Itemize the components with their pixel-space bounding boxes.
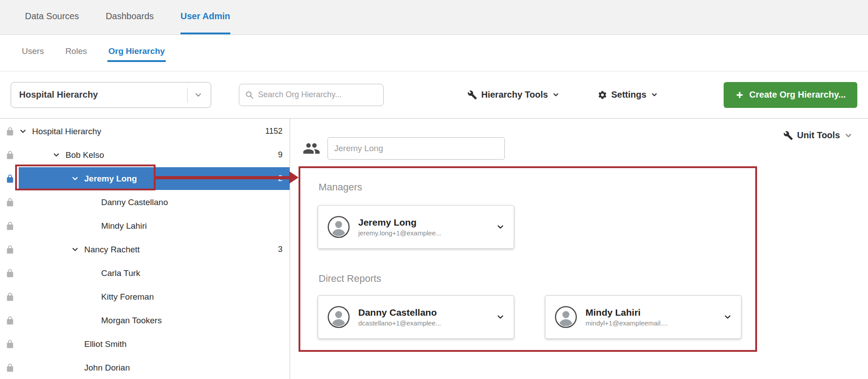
- create-org-hierarchy-label: Create Org Hierarchy...: [749, 90, 846, 100]
- person-name: Jeremy Long: [358, 217, 441, 228]
- tree-row-nancy-rachett[interactable]: Nancy Rachett 3: [0, 238, 290, 261]
- lock-icon: [5, 268, 15, 278]
- secondary-tab-org-hierarchy[interactable]: Org Hierarchy: [107, 44, 166, 62]
- expand-chevron-icon[interactable]: [88, 292, 101, 301]
- lock-icon: [5, 198, 15, 207]
- toolbar: Hospital Hierarchy Hierarchy Tools Setti…: [0, 71, 868, 119]
- group-icon: [303, 140, 320, 157]
- unit-name-input[interactable]: [328, 137, 505, 160]
- person-name: Mindy Lahiri: [585, 307, 668, 318]
- direct-report-card-mindy-lahiri[interactable]: Mindy Lahiri mindyl+1@exampleemail....: [545, 295, 741, 339]
- expand-chevron-icon[interactable]: [52, 151, 66, 159]
- primary-tab-data-sources[interactable]: Data Sources: [25, 0, 79, 34]
- hierarchy-selector-value: Hospital Hierarchy: [19, 90, 98, 100]
- main-content: Hospital Hierarchy 1152 Bob Kelso 9 Jere…: [0, 119, 868, 379]
- divider: [187, 87, 188, 103]
- tree-row-label: Carla Turk: [101, 268, 140, 278]
- chevron-down-icon[interactable]: [496, 313, 505, 321]
- tree-row-count: 1152: [265, 127, 283, 136]
- tree-row-jeremy-long[interactable]: Jeremy Long 2: [0, 167, 290, 190]
- managers-heading: Managers: [319, 181, 362, 193]
- person-info: Jeremy Long jeremy.long+1@examplee...: [358, 217, 441, 237]
- avatar-icon: [327, 305, 350, 329]
- primary-nav: Data Sources Dashboards User Admin: [0, 0, 868, 35]
- avatar-icon: [327, 215, 350, 239]
- secondary-tab-users[interactable]: Users: [21, 44, 45, 62]
- lock-icon: [5, 292, 15, 301]
- primary-tab-user-admin[interactable]: User Admin: [180, 0, 230, 34]
- tree-row-morgan-tookers[interactable]: Morgan Tookers: [0, 309, 290, 332]
- avatar-icon: [554, 305, 577, 329]
- tree-row-label: Morgan Tookers: [101, 316, 162, 325]
- expand-chevron-icon[interactable]: [71, 363, 84, 372]
- lock-icon: [5, 127, 15, 136]
- expand-chevron-icon[interactable]: [71, 174, 84, 183]
- expand-chevron-icon[interactable]: [88, 316, 101, 325]
- tree-row-label: Elliot Smith: [84, 339, 127, 349]
- tree-row-carla-turk[interactable]: Carla Turk: [0, 261, 290, 285]
- lock-icon: [5, 174, 15, 183]
- wrench-icon: [467, 90, 477, 100]
- lock-icon: [5, 150, 15, 160]
- direct-reports-card-list: Danny Castellano dcastellano+1@examplee.…: [318, 295, 741, 339]
- chevron-down-icon[interactable]: [723, 313, 732, 321]
- lock-icon: [5, 221, 15, 231]
- search-icon: [245, 90, 254, 99]
- expand-chevron-icon[interactable]: [19, 127, 32, 136]
- search-input[interactable]: [258, 90, 378, 99]
- expand-chevron-icon[interactable]: [88, 198, 101, 206]
- org-tree-panel: Hospital Hierarchy 1152 Bob Kelso 9 Jere…: [0, 119, 290, 379]
- lock-icon: [5, 316, 15, 325]
- create-org-hierarchy-button[interactable]: Create Org Hierarchy...: [724, 82, 857, 108]
- app-root: Data Sources Dashboards User Admin Users…: [0, 0, 868, 379]
- unit-tools-menu[interactable]: Unit Tools: [783, 130, 853, 140]
- person-email: dcastellano+1@examplee...: [358, 319, 441, 327]
- tree-row-label: Jeremy Long: [84, 174, 137, 184]
- person-email: jeremy.long+1@examplee...: [358, 229, 441, 237]
- primary-tab-label: User Admin: [180, 11, 230, 21]
- secondary-tab-label: Users: [22, 46, 44, 56]
- chevron-down-icon[interactable]: [496, 222, 505, 231]
- plus-icon: [735, 91, 744, 99]
- lock-icon: [5, 339, 15, 349]
- managers-card-list: Jeremy Long jeremy.long+1@examplee...: [318, 205, 514, 249]
- secondary-tab-roles[interactable]: Roles: [65, 44, 88, 62]
- chevron-down-icon: [651, 91, 658, 99]
- expand-chevron-icon[interactable]: [71, 340, 84, 348]
- manager-card-jeremy-long[interactable]: Jeremy Long jeremy.long+1@examplee...: [318, 205, 514, 249]
- tree-row-danny-castellano[interactable]: Danny Castellano: [0, 190, 290, 214]
- tree-row-mindy-lahiri[interactable]: Mindy Lahiri: [0, 214, 290, 238]
- chevron-down-icon: [552, 91, 560, 99]
- primary-tab-dashboards[interactable]: Dashboards: [106, 0, 154, 34]
- person-name: Danny Castellano: [358, 307, 441, 318]
- person-info: Danny Castellano dcastellano+1@examplee.…: [358, 307, 441, 327]
- settings-menu[interactable]: Settings: [598, 90, 658, 100]
- chevron-down-icon: [844, 131, 853, 140]
- unit-name-row: [303, 137, 505, 160]
- tree-row-bob-kelso[interactable]: Bob Kelso 9: [0, 143, 290, 167]
- tree-row-elliot-smith[interactable]: Elliot Smith: [0, 332, 290, 356]
- direct-reports-heading: Direct Reports: [319, 273, 381, 284]
- tree-row-john-dorian[interactable]: John Dorian: [0, 356, 290, 379]
- wrench-icon: [783, 131, 793, 140]
- unit-tools-label: Unit Tools: [797, 130, 840, 140]
- lock-icon: [5, 363, 15, 372]
- unit-detail-panel: Unit Tools Managers Jeremy Long jeremy.l…: [290, 119, 868, 379]
- tree-row-label: Bob Kelso: [66, 150, 104, 160]
- search-box[interactable]: [239, 84, 384, 106]
- tree-row-count: 2: [278, 174, 283, 183]
- tree-row-label: Mindy Lahiri: [101, 221, 147, 231]
- tree-row-label: Nancy Rachett: [84, 245, 140, 255]
- tree-row-label: Hospital Hierarchy: [32, 127, 101, 136]
- expand-chevron-icon[interactable]: [71, 245, 84, 254]
- direct-report-card-danny-castellano[interactable]: Danny Castellano dcastellano+1@examplee.…: [318, 295, 514, 339]
- expand-chevron-icon[interactable]: [88, 269, 101, 277]
- expand-chevron-icon[interactable]: [88, 222, 101, 230]
- settings-label: Settings: [611, 90, 647, 100]
- tree-row-hospital-hierarchy[interactable]: Hospital Hierarchy 1152: [0, 119, 290, 143]
- lock-icon: [5, 245, 15, 254]
- hierarchy-selector[interactable]: Hospital Hierarchy: [11, 82, 211, 108]
- chevron-down-icon: [194, 91, 203, 99]
- tree-row-kitty-foreman[interactable]: Kitty Foreman: [0, 285, 290, 309]
- hierarchy-tools-menu[interactable]: Hierarchy Tools: [467, 90, 560, 100]
